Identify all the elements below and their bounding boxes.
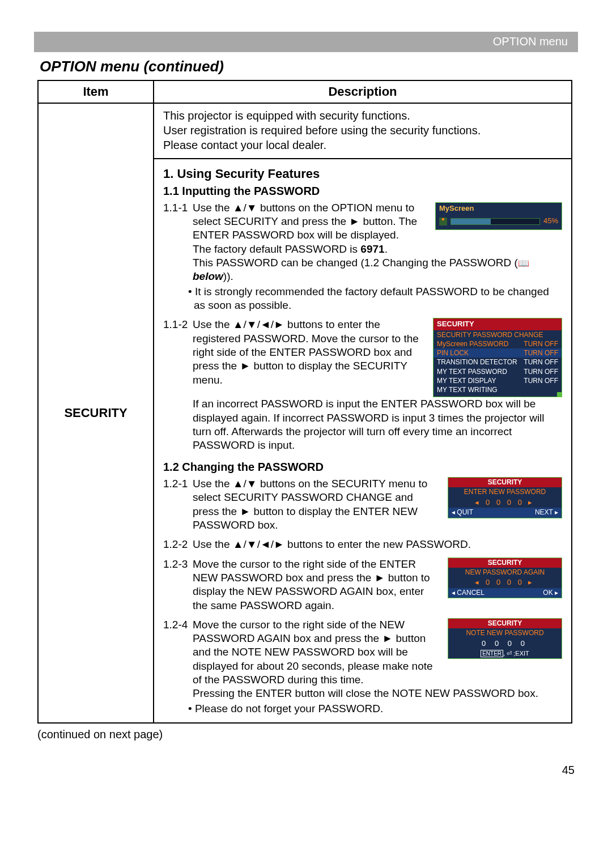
step-1-1-2: 1.1-2 Use the ▲/▼/◄/► buttons to enter t… [163, 318, 562, 452]
step-1-1-1: 1.1-1 Use the ▲/▼ buttons on the OPTION … [163, 201, 562, 284]
osd-note-new-password: SECURITY NOTE NEW PASSWORD 0 0 0 0 ENTER… [448, 618, 562, 659]
item-cell: SECURITY [38, 103, 154, 723]
osd-row: TRANSITION DETECTORTURN OFF [434, 358, 562, 367]
default-password: 6971 [360, 243, 384, 255]
header-stripe: OPTION menu [34, 32, 578, 52]
step-text: Use the ▲/▼/◄/► buttons to enter the reg… [193, 318, 419, 385]
step-number: 1.1-2 [163, 318, 193, 452]
osd-row-selected: PIN LOCKTURN OFF [434, 348, 562, 358]
osd-dlg-exit: ENTER, ⏎ ;EXIT [448, 649, 562, 658]
step-text: Use the ▲/▼ buttons on the OPTION menu t… [193, 202, 417, 241]
osd-myscreen-title: MyScreen [436, 203, 562, 215]
intro-line: Please contact your local dealer. [163, 138, 562, 152]
heading-1-2: 1.2 Changing the PASSWORD [163, 460, 562, 475]
step-text: The factory default PASSWORD is [193, 243, 360, 255]
main-table: Item Description SECURITY This projector… [37, 80, 572, 724]
osd-new-password-again: SECURITY NEW PASSWORD AGAIN 0 0 0 0 ◂ CA… [448, 558, 562, 599]
intro-line: This projector is equipped with security… [163, 108, 562, 123]
step-text: If an incorrect PASSWORD is input the EN… [193, 397, 562, 452]
bullet-note: • It is strongly recommended the factory… [188, 285, 562, 313]
section-title: OPTION menu (continued) [40, 58, 612, 75]
osd-dlg-sub: ENTER NEW PASSWORD [448, 487, 562, 497]
step-1-2-4: 1.2-4 Move the cursor to the right side … [163, 618, 562, 701]
heading-1: 1. Using Security Features [163, 166, 562, 182]
osd-row: MyScreen PASSWORDTURN OFF [434, 339, 562, 348]
osd-row: MY TEXT DISPLAYTURN OFF [434, 376, 562, 385]
osd-dlg-buttons: ◂ QUITNEXT ▸ [448, 508, 562, 517]
osd-enter-new-password: SECURITY ENTER NEW PASSWORD 0 0 0 0 ◂ QU… [448, 477, 562, 518]
step-text: Pressing the ENTER button will close the… [193, 687, 562, 700]
description-cell: This projector is equipped with security… [154, 103, 572, 723]
osd-row: MY TEXT PASSWORDTURN OFF [434, 367, 562, 376]
osd-security-title: SECURITY [434, 318, 562, 330]
osd-dlg-title: SECURITY [448, 619, 562, 628]
step-1-2-2: 1.2-2 Use the ▲/▼/◄/► buttons to enter t… [163, 538, 562, 551]
step-number: 1.2-4 [163, 618, 193, 701]
osd-dlg-sub: NOTE NEW PASSWORD [448, 628, 562, 638]
osd-dlg-title: SECURITY [448, 558, 562, 568]
step-number: 1.2-1 [163, 477, 193, 532]
step-number: 1.1-1 [163, 201, 193, 284]
osd-dlg-sub: NEW PASSWORD AGAIN [448, 568, 562, 577]
osd-row: MY TEXT WRITING [434, 385, 562, 394]
osd-myscreen: MyScreen 45% [435, 202, 562, 230]
step-text: Move the cursor to the right side of the… [193, 558, 430, 611]
osd-row: SECURITY PASSWORD CHANGE [434, 330, 562, 339]
intro-line: User registration is required before usi… [163, 123, 562, 138]
continued-note: (continued on next page) [37, 728, 612, 741]
heading-1-1: 1.1 Inputting the PASSWORD [163, 184, 562, 199]
osd-dlg-buttons: ◂ CANCELOK ▸ [448, 588, 562, 598]
step-text: Use the ▲/▼ buttons on the SECURITY menu… [193, 478, 427, 531]
step-1-2-1: 1.2-1 Use the ▲/▼ buttons on the SECURIT… [163, 477, 562, 532]
osd-myscreen-percent: 45% [543, 216, 558, 226]
osd-security-menu: SECURITY SECURITY PASSWORD CHANGE MyScre… [433, 318, 562, 397]
col-item-header: Item [38, 80, 154, 103]
step-number: 1.2-3 [163, 558, 193, 612]
osd-dlg-digits: 0 0 0 0 [448, 497, 562, 508]
col-desc-header: Description [154, 80, 572, 103]
step-text: Move the cursor to the right side of the… [193, 619, 433, 686]
book-icon [518, 257, 529, 269]
intro-block: This projector is equipped with security… [154, 104, 571, 159]
osd-progress-track [450, 218, 540, 225]
page-number: 45 [0, 764, 575, 777]
header-stripe-label: OPTION menu [493, 35, 568, 48]
step-1-2-3: 1.2-3 Move the cursor to the right side … [163, 558, 562, 612]
osd-dlg-title: SECURITY [448, 478, 562, 487]
osd-dlg-digits: 0 0 0 0 [448, 577, 562, 588]
osd-myscreen-icon [439, 218, 447, 225]
step-text: This PASSWORD can be changed (1.2 Changi… [193, 257, 518, 269]
step-number: 1.2-2 [163, 538, 193, 551]
step-text: Use the ▲/▼/◄/► buttons to enter the new… [193, 538, 471, 550]
osd-dlg-digits: 0 0 0 0 [448, 639, 562, 649]
osd-resize-corner [434, 394, 562, 397]
bullet-note: • Please do not forget your PASSWORD. [188, 702, 562, 716]
osd-progress-fill [451, 219, 491, 224]
